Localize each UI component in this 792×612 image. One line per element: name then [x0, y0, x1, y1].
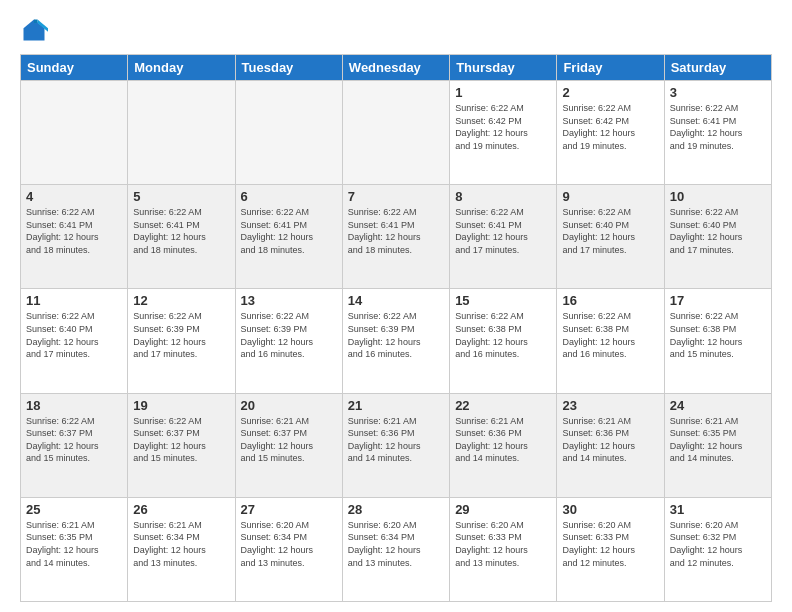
- day-number: 18: [26, 398, 122, 413]
- col-header-wednesday: Wednesday: [342, 55, 449, 81]
- day-number: 24: [670, 398, 766, 413]
- day-number: 6: [241, 189, 337, 204]
- calendar-cell: [235, 81, 342, 185]
- day-info: Sunrise: 6:20 AMSunset: 6:33 PMDaylight:…: [562, 519, 658, 569]
- calendar-cell: 17Sunrise: 6:22 AMSunset: 6:38 PMDayligh…: [664, 289, 771, 393]
- calendar-cell: 5Sunrise: 6:22 AMSunset: 6:41 PMDaylight…: [128, 185, 235, 289]
- day-number: 3: [670, 85, 766, 100]
- calendar-cell: 7Sunrise: 6:22 AMSunset: 6:41 PMDaylight…: [342, 185, 449, 289]
- calendar-cell: 1Sunrise: 6:22 AMSunset: 6:42 PMDaylight…: [450, 81, 557, 185]
- day-info: Sunrise: 6:22 AMSunset: 6:42 PMDaylight:…: [455, 102, 551, 152]
- day-number: 5: [133, 189, 229, 204]
- col-header-friday: Friday: [557, 55, 664, 81]
- day-number: 1: [455, 85, 551, 100]
- day-number: 29: [455, 502, 551, 517]
- day-info: Sunrise: 6:22 AMSunset: 6:39 PMDaylight:…: [133, 310, 229, 360]
- calendar-cell: 18Sunrise: 6:22 AMSunset: 6:37 PMDayligh…: [21, 393, 128, 497]
- logo-icon: [20, 16, 48, 44]
- day-number: 30: [562, 502, 658, 517]
- svg-marker-2: [34, 20, 38, 24]
- col-header-saturday: Saturday: [664, 55, 771, 81]
- day-info: Sunrise: 6:20 AMSunset: 6:33 PMDaylight:…: [455, 519, 551, 569]
- calendar-cell: 27Sunrise: 6:20 AMSunset: 6:34 PMDayligh…: [235, 497, 342, 601]
- day-number: 27: [241, 502, 337, 517]
- day-number: 20: [241, 398, 337, 413]
- day-number: 17: [670, 293, 766, 308]
- calendar-week-row: 25Sunrise: 6:21 AMSunset: 6:35 PMDayligh…: [21, 497, 772, 601]
- calendar-header-row: SundayMondayTuesdayWednesdayThursdayFrid…: [21, 55, 772, 81]
- calendar-cell: 2Sunrise: 6:22 AMSunset: 6:42 PMDaylight…: [557, 81, 664, 185]
- day-info: Sunrise: 6:21 AMSunset: 6:37 PMDaylight:…: [241, 415, 337, 465]
- day-number: 28: [348, 502, 444, 517]
- day-info: Sunrise: 6:20 AMSunset: 6:34 PMDaylight:…: [241, 519, 337, 569]
- day-info: Sunrise: 6:22 AMSunset: 6:37 PMDaylight:…: [133, 415, 229, 465]
- day-info: Sunrise: 6:22 AMSunset: 6:38 PMDaylight:…: [562, 310, 658, 360]
- col-header-tuesday: Tuesday: [235, 55, 342, 81]
- day-info: Sunrise: 6:20 AMSunset: 6:32 PMDaylight:…: [670, 519, 766, 569]
- day-number: 13: [241, 293, 337, 308]
- calendar-cell: 23Sunrise: 6:21 AMSunset: 6:36 PMDayligh…: [557, 393, 664, 497]
- day-number: 9: [562, 189, 658, 204]
- calendar-cell: [342, 81, 449, 185]
- day-number: 2: [562, 85, 658, 100]
- day-number: 4: [26, 189, 122, 204]
- day-info: Sunrise: 6:22 AMSunset: 6:37 PMDaylight:…: [26, 415, 122, 465]
- calendar-cell: 12Sunrise: 6:22 AMSunset: 6:39 PMDayligh…: [128, 289, 235, 393]
- day-number: 22: [455, 398, 551, 413]
- day-info: Sunrise: 6:21 AMSunset: 6:35 PMDaylight:…: [670, 415, 766, 465]
- day-info: Sunrise: 6:21 AMSunset: 6:35 PMDaylight:…: [26, 519, 122, 569]
- calendar-cell: 25Sunrise: 6:21 AMSunset: 6:35 PMDayligh…: [21, 497, 128, 601]
- day-number: 21: [348, 398, 444, 413]
- calendar-week-row: 1Sunrise: 6:22 AMSunset: 6:42 PMDaylight…: [21, 81, 772, 185]
- day-info: Sunrise: 6:21 AMSunset: 6:36 PMDaylight:…: [348, 415, 444, 465]
- day-number: 7: [348, 189, 444, 204]
- day-number: 19: [133, 398, 229, 413]
- calendar-week-row: 4Sunrise: 6:22 AMSunset: 6:41 PMDaylight…: [21, 185, 772, 289]
- day-info: Sunrise: 6:22 AMSunset: 6:39 PMDaylight:…: [241, 310, 337, 360]
- day-info: Sunrise: 6:21 AMSunset: 6:36 PMDaylight:…: [455, 415, 551, 465]
- calendar-cell: 6Sunrise: 6:22 AMSunset: 6:41 PMDaylight…: [235, 185, 342, 289]
- day-info: Sunrise: 6:22 AMSunset: 6:40 PMDaylight:…: [26, 310, 122, 360]
- header: [20, 16, 772, 44]
- calendar-week-row: 11Sunrise: 6:22 AMSunset: 6:40 PMDayligh…: [21, 289, 772, 393]
- calendar-cell: 3Sunrise: 6:22 AMSunset: 6:41 PMDaylight…: [664, 81, 771, 185]
- day-number: 23: [562, 398, 658, 413]
- calendar-cell: 9Sunrise: 6:22 AMSunset: 6:40 PMDaylight…: [557, 185, 664, 289]
- calendar-cell: 29Sunrise: 6:20 AMSunset: 6:33 PMDayligh…: [450, 497, 557, 601]
- calendar-cell: 21Sunrise: 6:21 AMSunset: 6:36 PMDayligh…: [342, 393, 449, 497]
- day-info: Sunrise: 6:22 AMSunset: 6:39 PMDaylight:…: [348, 310, 444, 360]
- calendar-table: SundayMondayTuesdayWednesdayThursdayFrid…: [20, 54, 772, 602]
- day-info: Sunrise: 6:22 AMSunset: 6:41 PMDaylight:…: [455, 206, 551, 256]
- day-number: 14: [348, 293, 444, 308]
- calendar-cell: 16Sunrise: 6:22 AMSunset: 6:38 PMDayligh…: [557, 289, 664, 393]
- calendar-cell: 31Sunrise: 6:20 AMSunset: 6:32 PMDayligh…: [664, 497, 771, 601]
- calendar-cell: 15Sunrise: 6:22 AMSunset: 6:38 PMDayligh…: [450, 289, 557, 393]
- day-info: Sunrise: 6:22 AMSunset: 6:40 PMDaylight:…: [562, 206, 658, 256]
- day-number: 16: [562, 293, 658, 308]
- day-number: 31: [670, 502, 766, 517]
- day-info: Sunrise: 6:22 AMSunset: 6:40 PMDaylight:…: [670, 206, 766, 256]
- day-number: 8: [455, 189, 551, 204]
- calendar-cell: [128, 81, 235, 185]
- calendar-week-row: 18Sunrise: 6:22 AMSunset: 6:37 PMDayligh…: [21, 393, 772, 497]
- day-number: 25: [26, 502, 122, 517]
- calendar-cell: 10Sunrise: 6:22 AMSunset: 6:40 PMDayligh…: [664, 185, 771, 289]
- calendar-cell: 20Sunrise: 6:21 AMSunset: 6:37 PMDayligh…: [235, 393, 342, 497]
- calendar-cell: 14Sunrise: 6:22 AMSunset: 6:39 PMDayligh…: [342, 289, 449, 393]
- day-number: 10: [670, 189, 766, 204]
- calendar-cell: 4Sunrise: 6:22 AMSunset: 6:41 PMDaylight…: [21, 185, 128, 289]
- logo: [20, 16, 54, 44]
- day-info: Sunrise: 6:21 AMSunset: 6:36 PMDaylight:…: [562, 415, 658, 465]
- day-number: 11: [26, 293, 122, 308]
- page: SundayMondayTuesdayWednesdayThursdayFrid…: [0, 0, 792, 612]
- day-info: Sunrise: 6:22 AMSunset: 6:38 PMDaylight:…: [670, 310, 766, 360]
- col-header-monday: Monday: [128, 55, 235, 81]
- day-info: Sunrise: 6:22 AMSunset: 6:42 PMDaylight:…: [562, 102, 658, 152]
- calendar-cell: [21, 81, 128, 185]
- calendar-cell: 22Sunrise: 6:21 AMSunset: 6:36 PMDayligh…: [450, 393, 557, 497]
- calendar-cell: 28Sunrise: 6:20 AMSunset: 6:34 PMDayligh…: [342, 497, 449, 601]
- col-header-thursday: Thursday: [450, 55, 557, 81]
- calendar-cell: 30Sunrise: 6:20 AMSunset: 6:33 PMDayligh…: [557, 497, 664, 601]
- calendar-cell: 19Sunrise: 6:22 AMSunset: 6:37 PMDayligh…: [128, 393, 235, 497]
- day-info: Sunrise: 6:21 AMSunset: 6:34 PMDaylight:…: [133, 519, 229, 569]
